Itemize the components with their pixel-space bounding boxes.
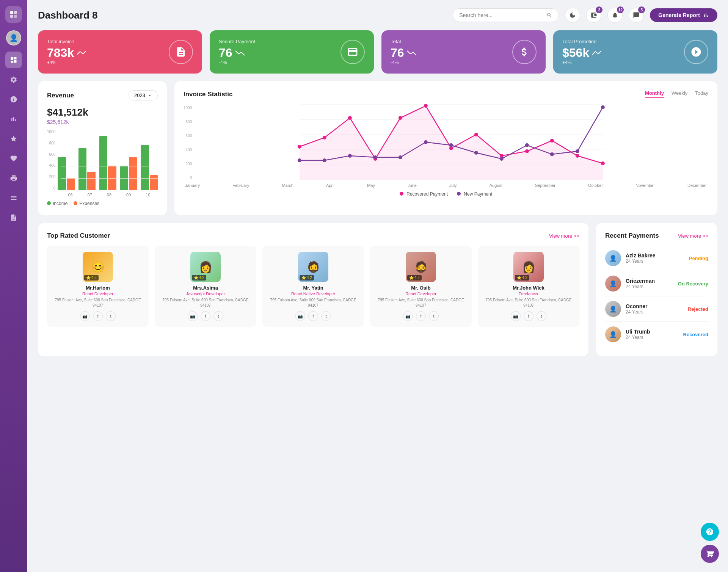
cart-float-btn[interactable] bbox=[701, 545, 719, 563]
search-input[interactable] bbox=[459, 12, 543, 18]
revenue-sub-amount: $25,612k bbox=[47, 119, 158, 125]
svg-point-21 bbox=[550, 139, 554, 143]
svg-marker-10 bbox=[300, 106, 603, 180]
customer-address: 795 Folsom Ave, Suite 600 San Francisco,… bbox=[267, 298, 359, 308]
header-actions: 2 12 5 Generate Report bbox=[453, 8, 717, 23]
svg-point-29 bbox=[424, 140, 428, 144]
avatar[interactable]: 👤 bbox=[6, 30, 21, 45]
year-select[interactable]: 2023 bbox=[129, 90, 158, 100]
legend-new: New Payment bbox=[457, 191, 492, 197]
stat-card-total: Total 76 -4% bbox=[381, 30, 546, 74]
stat-change: -4% bbox=[391, 60, 416, 65]
trend-icon bbox=[592, 50, 601, 56]
payment-status: Rejected bbox=[688, 306, 708, 312]
trend-icon bbox=[235, 50, 245, 56]
instagram-btn[interactable]: 📷 bbox=[295, 311, 305, 321]
customer-address: 795 Folsom Ave, Suite 600 San Francisco,… bbox=[52, 298, 144, 308]
payments-view-more[interactable]: View more >> bbox=[678, 233, 708, 239]
customer-avatar: 👩 ⭐ 4.2 bbox=[513, 252, 544, 282]
tab-monthly[interactable]: Monthly bbox=[645, 90, 664, 98]
twitter-btn[interactable]: t bbox=[537, 311, 546, 321]
social-icons: 📷 f t bbox=[482, 311, 575, 321]
instagram-btn[interactable]: 📷 bbox=[80, 311, 90, 321]
rating-badge: ⭐ 4.2 bbox=[192, 275, 206, 281]
twitter-btn[interactable]: t bbox=[321, 311, 331, 321]
payment-avatar: 👤 bbox=[605, 326, 621, 342]
payment-age: 24 Years bbox=[626, 335, 679, 340]
svg-point-11 bbox=[298, 145, 301, 149]
svg-point-22 bbox=[576, 154, 579, 158]
wallet-btn[interactable]: 2 bbox=[586, 8, 601, 23]
customer-role: Javascript Developer bbox=[159, 291, 252, 296]
payments-title: Recent Payments bbox=[605, 232, 659, 240]
month-mar: March bbox=[282, 183, 293, 188]
instagram-btn[interactable]: 📷 bbox=[188, 311, 198, 321]
customer-view-more[interactable]: View more >> bbox=[549, 233, 579, 239]
sidebar-item-list[interactable] bbox=[5, 190, 22, 206]
sidebar-item-settings[interactable] bbox=[5, 71, 22, 88]
stat-value: 76 bbox=[391, 46, 416, 60]
month-dec: December bbox=[687, 183, 707, 188]
theme-toggle[interactable] bbox=[565, 8, 580, 23]
stat-label: Total invoice bbox=[47, 39, 86, 44]
sidebar-item-dashboard[interactable] bbox=[5, 52, 22, 68]
bottom-row: Top Rated Customer View more >> 😊 ⭐ 4.2 … bbox=[38, 223, 717, 356]
list-item: 👤 Oconner 24 Years Rejected bbox=[605, 296, 708, 322]
stat-change: -4% bbox=[219, 60, 255, 65]
list-item: 😊 ⭐ 4.2 Mr.Hariom React Developer 795 Fo… bbox=[47, 246, 149, 327]
tab-today[interactable]: Today bbox=[695, 90, 708, 98]
support-float-btn[interactable] bbox=[701, 523, 719, 541]
facebook-btn[interactable]: f bbox=[201, 311, 210, 321]
social-icons: 📷 f t bbox=[159, 311, 252, 321]
sidebar-logo[interactable] bbox=[5, 6, 22, 23]
sidebar-item-info[interactable] bbox=[5, 91, 22, 108]
svg-point-31 bbox=[474, 151, 478, 155]
twitter-btn[interactable]: t bbox=[429, 311, 439, 321]
bar-label-10: 10 bbox=[146, 193, 150, 197]
sidebar-item-print[interactable] bbox=[5, 170, 22, 186]
sidebar-item-favorites[interactable] bbox=[5, 130, 22, 147]
charts-row: Revenue 2023 $41,512k $25,612k 1000 800 … bbox=[38, 81, 717, 215]
facebook-btn[interactable]: f bbox=[416, 311, 426, 321]
bell-badge: 12 bbox=[617, 6, 624, 13]
tab-weekly[interactable]: Weekly bbox=[672, 90, 687, 98]
invoice-card-header: Invoice Statistic Monthly Weekly Today bbox=[184, 90, 708, 98]
stat-change: +4% bbox=[47, 60, 86, 65]
revenue-title: Revenue bbox=[47, 92, 74, 99]
wallet-badge: 2 bbox=[596, 6, 602, 13]
trend-icon bbox=[77, 50, 86, 56]
svg-point-15 bbox=[399, 116, 402, 120]
sidebar-item-docs[interactable] bbox=[5, 209, 22, 226]
customer-address: 795 Folsom Ave, Suite 600 San Francisco,… bbox=[482, 298, 575, 308]
list-item: 👤 Uli Trumb 24 Years Recovered bbox=[605, 322, 708, 347]
bell-btn[interactable]: 12 bbox=[607, 8, 623, 23]
stat-card-payment: Secure Payment 76 -4% bbox=[210, 30, 374, 74]
svg-point-23 bbox=[601, 161, 605, 165]
month-sep: September bbox=[535, 183, 555, 188]
page-title: Dashboard 8 bbox=[38, 9, 98, 21]
chat-badge: 5 bbox=[638, 6, 645, 13]
rating-badge: ⭐ 4.2 bbox=[84, 275, 99, 281]
legend-expenses: Expenses bbox=[74, 201, 99, 206]
twitter-btn[interactable]: t bbox=[106, 311, 116, 321]
svg-point-30 bbox=[449, 143, 453, 147]
svg-rect-3 bbox=[14, 15, 17, 18]
svg-point-33 bbox=[525, 143, 529, 147]
sidebar-item-heart[interactable] bbox=[5, 150, 22, 167]
invoice-legend: Recovered Payment New Payment bbox=[184, 191, 708, 197]
twitter-btn[interactable]: t bbox=[213, 311, 223, 321]
customer-address: 795 Folsom Ave, Suite 600 San Francisco,… bbox=[375, 298, 467, 308]
trend-icon bbox=[407, 50, 416, 56]
chat-btn[interactable]: 5 bbox=[629, 8, 644, 23]
instagram-btn[interactable]: 📷 bbox=[403, 311, 413, 321]
bar-label-09: 09 bbox=[126, 193, 131, 197]
payment-status: Pending bbox=[689, 255, 708, 261]
instagram-btn[interactable]: 📷 bbox=[511, 311, 521, 321]
facebook-btn[interactable]: f bbox=[93, 311, 103, 321]
payment-status: On Recovery bbox=[678, 281, 708, 287]
facebook-btn[interactable]: f bbox=[524, 311, 533, 321]
stat-icon bbox=[684, 40, 708, 64]
facebook-btn[interactable]: f bbox=[308, 311, 318, 321]
sidebar-item-analytics[interactable] bbox=[5, 111, 22, 127]
generate-report-button[interactable]: Generate Report bbox=[650, 8, 717, 22]
